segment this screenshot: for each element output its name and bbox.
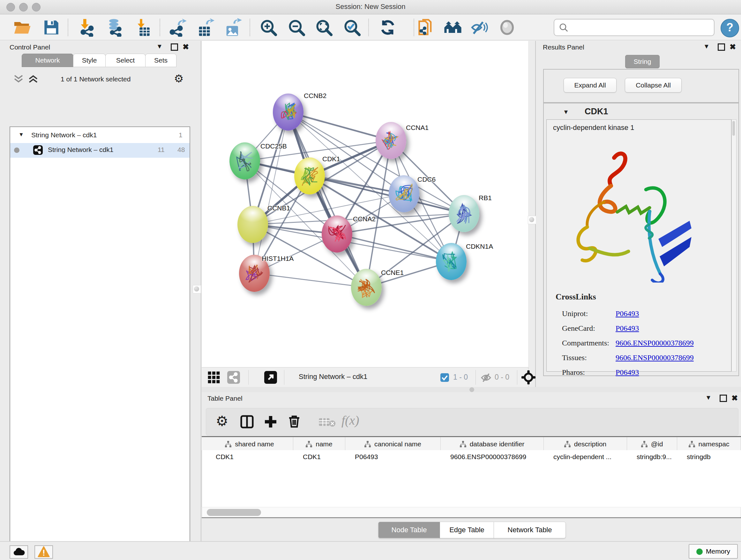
zoom-in-icon[interactable] (259, 18, 278, 37)
panel-float-icon[interactable] (718, 44, 725, 51)
panel-menu-icon[interactable]: ▼ (705, 394, 712, 401)
table-cell[interactable]: CDK1 (293, 450, 345, 463)
results-scrollbar-thumb[interactable] (732, 121, 735, 136)
table-cell[interactable]: P06493 (345, 450, 441, 463)
column-header-name[interactable]: name (293, 437, 345, 451)
export-image-icon[interactable] (223, 18, 242, 37)
collapse-all-networks-icon[interactable] (27, 73, 39, 84)
selected-checkbox-icon[interactable] (441, 373, 449, 382)
crosslink-value[interactable]: P06493 (616, 324, 639, 332)
node-CDK1[interactable] (294, 158, 325, 194)
tab-select[interactable]: Select (105, 54, 145, 67)
expand-all-networks-icon[interactable] (13, 73, 24, 84)
crosslink-value[interactable]: P06493 (616, 309, 639, 318)
edge[interactable] (254, 112, 288, 273)
save-session-icon[interactable] (42, 18, 61, 37)
node-CCNA1[interactable] (376, 122, 406, 159)
column-header-namespac[interactable]: namespac (677, 437, 741, 451)
export-table-icon[interactable] (196, 18, 214, 37)
zoom-selected-icon[interactable] (343, 18, 361, 37)
zoom-fit-icon[interactable] (315, 18, 333, 37)
import-network-database-icon[interactable] (105, 18, 124, 37)
panel-menu-icon[interactable]: ▼ (156, 43, 163, 50)
gene-collapse-triangle-icon[interactable]: ▼ (563, 109, 569, 116)
cloud-status-button[interactable] (10, 545, 28, 559)
birds-eye-view-icon[interactable] (207, 371, 220, 384)
zoom-out-icon[interactable] (287, 18, 306, 37)
column-header-canonical-name[interactable]: canonical name (345, 437, 441, 451)
edge[interactable] (254, 273, 366, 287)
expand-all-button[interactable]: Expand All (563, 78, 616, 92)
scrollbar-thumb[interactable] (207, 509, 261, 516)
delete-column-icon[interactable] (286, 414, 302, 429)
tab-node-table[interactable]: Node Table (378, 522, 440, 538)
function-builder-icon[interactable]: f(x) (341, 413, 359, 428)
table-cell[interactable]: cyclin-dependent ... (544, 450, 627, 463)
show-columns-icon[interactable] (239, 414, 255, 429)
panel-close-icon[interactable]: ✖ (730, 43, 736, 51)
node-CCNA2[interactable] (322, 215, 352, 253)
export-network-icon[interactable] (169, 18, 187, 37)
table-settings-gear-icon[interactable]: ⚙ (216, 414, 228, 429)
table-row[interactable]: CDK1CDK1P064939606.ENSP00000378699cyclin… (202, 450, 741, 463)
results-scrollbar[interactable] (731, 119, 737, 372)
horizontal-splitter[interactable] (202, 387, 741, 392)
tab-network-table[interactable]: Network Table (494, 522, 566, 538)
edge[interactable] (337, 234, 451, 261)
string-settings-icon[interactable] (227, 371, 240, 384)
refresh-icon[interactable] (379, 18, 397, 37)
network-canvas[interactable]: CCNB2CCNA1CDC25BCDK1CDC6RB1CCNB1CCNA2CDK… (202, 41, 528, 367)
collapse-all-button[interactable]: Collapse All (625, 78, 682, 92)
tab-sets[interactable]: Sets (145, 54, 177, 67)
panel-float-icon[interactable] (171, 44, 178, 51)
help-icon[interactable]: ? (721, 19, 739, 37)
column-header--id[interactable]: @id (627, 437, 677, 451)
column-header-description[interactable]: description (543, 437, 627, 451)
collapse-triangle-icon[interactable]: ▼ (18, 132, 24, 138)
node-CDKN1A[interactable] (436, 243, 467, 280)
import-network-file-icon[interactable] (78, 18, 96, 37)
add-column-icon[interactable] (263, 414, 278, 429)
column-header-shared-name[interactable]: shared name (206, 437, 293, 451)
hide-glass-panel-icon[interactable] (470, 18, 488, 37)
right-splitter-handle[interactable] (528, 216, 536, 224)
table-cell[interactable]: 9606.ENSP00000378699 (441, 450, 544, 463)
tab-string[interactable]: String (625, 55, 660, 68)
table-cell[interactable]: stringdb:9... (627, 450, 677, 463)
memory-button[interactable]: Memory (689, 544, 738, 559)
hidden-eye-icon[interactable] (480, 372, 492, 383)
node-CCNB2[interactable] (273, 94, 304, 131)
left-splitter-handle[interactable] (193, 285, 201, 294)
node-CDC25B[interactable] (229, 142, 260, 179)
panel-float-icon[interactable] (720, 395, 727, 402)
panel-close-icon[interactable]: ✖ (183, 43, 189, 51)
horizontal-splitter-handle[interactable] (469, 387, 474, 392)
table-horizontal-scrollbar[interactable] (202, 507, 740, 517)
fit-selected-target-icon[interactable] (522, 370, 536, 384)
table-cell[interactable]: stringdb (677, 450, 741, 463)
string-home-icon[interactable] (444, 18, 462, 37)
table-cell[interactable]: CDK1 (206, 450, 293, 463)
open-in-cytoscape-web-icon[interactable] (416, 18, 434, 37)
search-input[interactable] (572, 21, 711, 34)
node-CDC6[interactable] (389, 175, 419, 212)
crosslink-value[interactable]: 9606.ENSP00000378699 (616, 339, 694, 347)
network-row-selected[interactable]: String Network – cdk1 11 48 (10, 143, 190, 158)
open-session-icon[interactable] (13, 18, 31, 37)
clear-table-icon[interactable] (319, 417, 336, 427)
open-network-external-icon[interactable] (264, 371, 277, 384)
tab-network[interactable]: Network (22, 54, 73, 67)
tab-edge-table[interactable]: Edge Table (440, 522, 494, 538)
node-CCNE1[interactable] (351, 269, 382, 306)
edge[interactable] (288, 112, 366, 287)
network-collection-row[interactable]: ▼ String Network – cdk1 1 (10, 128, 190, 143)
panel-close-icon[interactable]: ✖ (731, 394, 738, 402)
crosslink-value[interactable]: P06493 (616, 368, 639, 376)
tab-style[interactable]: Style (73, 54, 106, 67)
show-glass-panel-icon[interactable] (498, 18, 516, 37)
node-RB1[interactable] (449, 195, 479, 232)
panel-menu-icon[interactable]: ▼ (703, 43, 710, 50)
network-options-gear-icon[interactable]: ⚙ (174, 72, 184, 85)
crosslink-value[interactable]: 9606.ENSP00000378699 (616, 354, 694, 362)
warning-status-button[interactable] (35, 545, 53, 559)
